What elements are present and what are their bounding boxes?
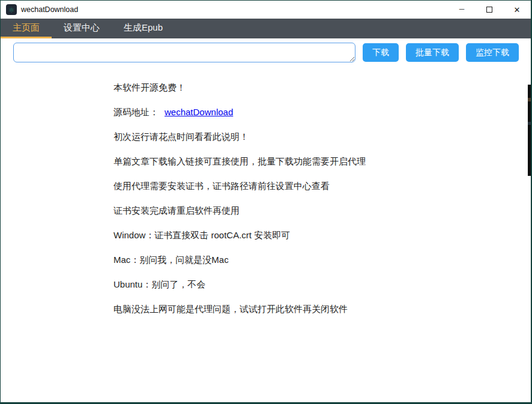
instructions-block: 本软件开源免费！ 源码地址：wechatDownload 初次运行请花点时间看看… (113, 81, 507, 327)
window-controls: ─ ✕ (448, 1, 531, 19)
batch-download-button[interactable]: 批量下载 (406, 43, 459, 62)
tab-bar: 主页面 设置中心 生成Epub (1, 19, 531, 38)
article-url-input[interactable] (13, 43, 355, 62)
maximize-button[interactable] (476, 1, 503, 19)
instruction-line: Window：证书直接双击 rootCA.crt 安装即可 (113, 229, 507, 241)
minimize-icon: ─ (459, 5, 465, 13)
tab-label: 主页面 (13, 22, 40, 34)
tab-settings-center[interactable]: 设置中心 (52, 19, 112, 38)
instruction-line: 证书安装完成请重启软件再使用 (113, 204, 507, 217)
instruction-line: 初次运行请花点时间看看此说明！ (113, 130, 507, 143)
source-code-link[interactable]: wechatDownload (165, 107, 233, 117)
tab-main-page[interactable]: 主页面 (1, 19, 52, 38)
close-icon: ✕ (514, 5, 521, 14)
app-window: ⚛ wechatDownload ─ ✕ 主页面 设置中心 生成Epub (0, 0, 532, 404)
instruction-line: 单篇文章下载输入链接可直接使用，批量下载功能需要开启代理 (113, 155, 507, 167)
tab-label: 生成Epub (124, 22, 163, 34)
window-title: wechatDownload (21, 5, 78, 14)
instruction-line: Mac：别问我，问就是没Mac (113, 253, 507, 266)
tab-generate-epub[interactable]: 生成Epub (112, 19, 175, 38)
download-toolbar: 下载 批量下载 监控下载 (13, 43, 519, 62)
app-icon: ⚛ (6, 4, 17, 15)
title-bar: ⚛ wechatDownload ─ ✕ (1, 1, 531, 19)
instruction-line: 电脑没法上网可能是代理问题，试试打开此软件再关闭软件 (113, 303, 507, 315)
instruction-line: 源码地址：wechatDownload (113, 106, 507, 118)
monitor-download-button[interactable]: 监控下载 (466, 43, 519, 62)
maximize-icon (486, 7, 492, 13)
download-button[interactable]: 下载 (363, 43, 399, 62)
minimize-button[interactable]: ─ (448, 1, 476, 19)
instruction-line: 使用代理需要安装证书，证书路径请前往设置中心查看 (113, 179, 507, 192)
close-button[interactable]: ✕ (503, 1, 531, 19)
atom-icon: ⚛ (8, 6, 15, 14)
instruction-line: 本软件开源免费！ (113, 81, 507, 94)
instruction-line: Ubuntu：别问了，不会 (113, 278, 507, 291)
background-artifact (528, 85, 531, 176)
tab-label: 设置中心 (64, 22, 100, 34)
source-label: 源码地址： (113, 107, 159, 117)
